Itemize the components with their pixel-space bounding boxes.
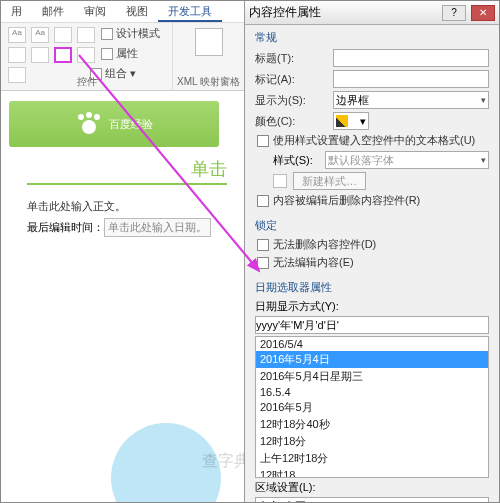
list-item[interactable]: 2016年5月4日 <box>256 351 488 368</box>
format-input[interactable] <box>255 316 489 334</box>
checkbox-use-style[interactable] <box>257 135 269 147</box>
properties-button[interactable]: 属性 <box>101 46 138 61</box>
list-item[interactable]: 12时18 <box>256 467 488 478</box>
doc-date-line: 最后编辑时间：单击此处输入日期。 <box>27 218 246 237</box>
control-datepicker-icon[interactable] <box>54 47 72 63</box>
list-item[interactable]: 16.5.4 <box>256 385 488 399</box>
tag-label: 标记(A): <box>255 72 333 87</box>
dialog-titlebar: 内容控件属性 ? ✕ <box>245 1 499 25</box>
dialog-title: 内容控件属性 <box>249 4 321 21</box>
section-general: 常规 <box>255 30 489 45</box>
new-style-icon <box>273 174 287 188</box>
list-item[interactable]: 2016/5/4 <box>256 337 488 351</box>
tab-developer[interactable]: 开发工具 <box>158 1 222 22</box>
tab-reference[interactable]: 用 <box>1 1 32 22</box>
group-label-controls: 控件 <box>1 75 172 89</box>
date-label: 最后编辑时间： <box>27 221 104 233</box>
control-richtext-icon[interactable]: Aa <box>8 27 26 43</box>
tab-review[interactable]: 审阅 <box>74 1 116 22</box>
color-picker-button[interactable]: ▾ <box>333 112 369 130</box>
list-item[interactable]: 2016年5月 <box>256 399 488 416</box>
checkbox-nodelete[interactable] <box>257 239 269 251</box>
group-label-xml: XML 映射窗格 <box>173 75 244 89</box>
control-picture-icon[interactable] <box>54 27 72 43</box>
section-datepicker: 日期选取器属性 <box>255 280 489 295</box>
noedit-label: 无法编辑内容(E) <box>273 255 354 270</box>
tag-input[interactable] <box>333 70 489 88</box>
locale-label: 区域设置(L): <box>255 480 489 495</box>
doc-body-placeholder[interactable]: 单击此处输入正文。 <box>27 199 246 214</box>
checkbox-noedit[interactable] <box>257 257 269 269</box>
format-label: 日期显示方式(Y): <box>255 299 489 314</box>
showas-select[interactable]: 边界框 <box>333 91 489 109</box>
format-listbox[interactable]: 2016/5/4 2016年5月4日 2016年5月4日星期三 16.5.4 2… <box>255 336 489 478</box>
checkbox-remove-after-edit[interactable] <box>257 195 269 207</box>
date-content-control[interactable]: 单击此处输入日期。 <box>104 218 211 237</box>
paw-icon <box>75 112 103 136</box>
help-button[interactable]: ? <box>442 5 466 21</box>
color-label: 颜色(C): <box>255 114 333 129</box>
control-combobox-icon[interactable] <box>31 47 49 63</box>
list-item[interactable]: 上午12时18分 <box>256 450 488 467</box>
control-buildingblock-icon[interactable] <box>77 27 95 43</box>
title-input[interactable] <box>333 49 489 67</box>
remove-after-edit-label: 内容被编辑后删除内容控件(R) <box>273 193 420 208</box>
tab-view[interactable]: 视图 <box>116 1 158 22</box>
pen-icon <box>336 115 348 127</box>
style-label: 样式(S): <box>273 153 325 168</box>
close-button[interactable]: ✕ <box>471 5 495 21</box>
document-area: 百度经验 单击 单击此处输入正文。 最后编辑时间：单击此处输入日期。 <box>1 93 246 503</box>
control-plaintext-icon[interactable]: Aa <box>31 27 49 43</box>
banner: 百度经验 <box>9 101 219 147</box>
tab-mailings[interactable]: 邮件 <box>32 1 74 22</box>
title-label: 标题(T): <box>255 51 333 66</box>
control-dropdown-icon[interactable] <box>77 47 95 63</box>
banner-text: 百度经验 <box>109 117 153 132</box>
properties-dialog: 内容控件属性 ? ✕ 常规 标题(T): 标记(A): 显示为(S):边界框 颜… <box>244 1 499 503</box>
list-item[interactable]: 2016年5月4日星期三 <box>256 368 488 385</box>
control-checkbox-icon[interactable] <box>8 47 26 63</box>
showas-label: 显示为(S): <box>255 93 333 108</box>
xml-mapping-icon[interactable] <box>195 28 223 56</box>
doc-heading[interactable]: 单击 <box>27 155 227 185</box>
chevron-down-icon: ▾ <box>360 115 366 128</box>
list-item[interactable]: 12时18分40秒 <box>256 416 488 433</box>
style-select: 默认段落字体 <box>325 151 489 169</box>
list-item[interactable]: 12时18分 <box>256 433 488 450</box>
design-mode-button[interactable]: 设计模式 <box>101 26 160 41</box>
locale-select[interactable]: 中文(中国) <box>255 497 489 503</box>
use-style-label: 使用样式设置键入空控件中的文本格式(U) <box>273 133 475 148</box>
section-lock: 锁定 <box>255 218 489 233</box>
nodelete-label: 无法删除内容控件(D) <box>273 237 376 252</box>
new-style-button: 新建样式… <box>293 172 366 190</box>
